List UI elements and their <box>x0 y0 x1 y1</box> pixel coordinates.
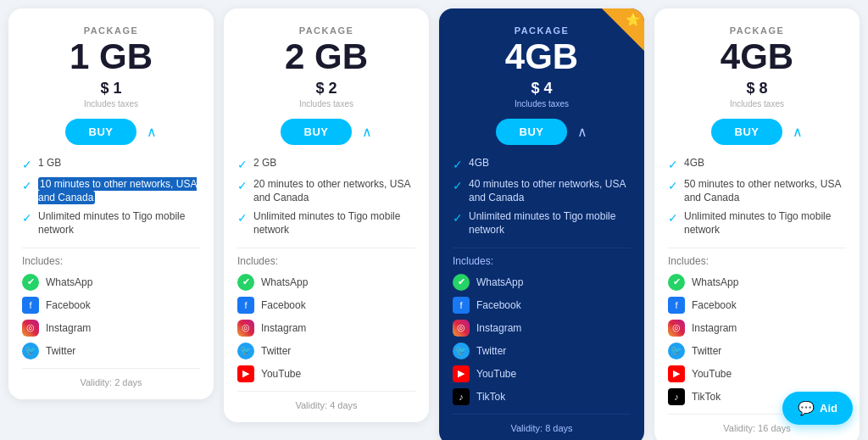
social-item-instagram: ◎ Instagram <box>453 320 631 337</box>
check-icon: ✓ <box>668 178 678 193</box>
chevron-up-icon[interactable]: ∧ <box>793 124 803 140</box>
social-label: Facebook <box>46 299 91 311</box>
validity-label: Validity: 4 days <box>237 391 415 410</box>
social-label: Facebook <box>476 299 521 311</box>
feature-text: 50 minutes to other networks, USA and Ca… <box>684 178 846 204</box>
buy-button[interactable]: BUY <box>496 119 568 145</box>
chevron-up-icon[interactable]: ∧ <box>577 124 587 140</box>
social-item-twitter: 🐦 Twitter <box>453 343 631 359</box>
buy-row: BUY ∧ <box>668 119 846 145</box>
aid-button[interactable]: 💬 Aid <box>782 392 853 425</box>
card-header: PACKAGE 4GB $ 8 Includes taxes <box>668 25 846 109</box>
package-size: 4GB <box>668 39 846 75</box>
package-price: $ 2 <box>237 80 415 97</box>
social-list: ✔ WhatsApp f Facebook ◎ Instagram 🐦 Twit… <box>668 274 846 405</box>
check-icon: ✓ <box>453 157 463 172</box>
feature-text: 4GB <box>469 157 489 170</box>
facebook-icon: f <box>237 297 254 314</box>
social-label: Instagram <box>46 322 91 334</box>
includes-tax: Includes taxes <box>453 99 631 109</box>
package-card-pkg2gb: PACKAGE 2 GB $ 2 Includes taxes BUY ∧ ✓ … <box>224 8 429 422</box>
check-icon: ✓ <box>22 178 32 193</box>
buy-button[interactable]: BUY <box>281 119 353 145</box>
social-item-twitter: 🐦 Twitter <box>668 343 846 359</box>
twitter-icon: 🐦 <box>237 343 254 359</box>
feature-text: 4GB <box>684 157 704 170</box>
social-item-whatsapp: ✔ WhatsApp <box>22 274 200 291</box>
social-label: Facebook <box>261 299 306 311</box>
facebook-icon: f <box>22 297 39 314</box>
feature-item: ✓ Unlimited minutes to Tigo mobile netwo… <box>237 210 415 237</box>
instagram-icon: ◎ <box>237 320 254 337</box>
social-item-twitter: 🐦 Twitter <box>237 343 415 359</box>
package-label: PACKAGE <box>22 25 200 36</box>
social-label: YouTube <box>692 368 732 380</box>
social-list: ✔ WhatsApp f Facebook ◎ Instagram 🐦 Twit… <box>453 274 631 405</box>
package-label: PACKAGE <box>453 25 631 36</box>
package-card-pkg4gb-featured: ⭐ PACKAGE 4GB $ 4 Includes taxes BUY ∧ ✓… <box>439 8 644 440</box>
social-list: ✔ WhatsApp f Facebook ◎ Instagram 🐦 Twit… <box>237 274 415 382</box>
feature-item: ✓ 50 minutes to other networks, USA and … <box>668 178 846 204</box>
includes-label: Includes: <box>237 255 415 267</box>
buy-row: BUY ∧ <box>22 119 200 145</box>
check-icon: ✓ <box>668 210 678 226</box>
feature-item: ✓ 40 minutes to other networks, USA and … <box>453 178 631 204</box>
package-price: $ 1 <box>22 80 200 97</box>
instagram-icon: ◎ <box>453 320 470 337</box>
feature-list: ✓ 2 GB ✓ 20 minutes to other networks, U… <box>237 157 415 237</box>
check-icon: ✓ <box>22 210 32 226</box>
feature-text: 20 minutes to other networks, USA and Ca… <box>253 178 415 204</box>
card-header: PACKAGE 1 GB $ 1 Includes taxes <box>22 25 200 109</box>
social-label: WhatsApp <box>692 276 738 288</box>
facebook-icon: f <box>668 297 685 314</box>
feature-text: 40 minutes to other networks, USA and Ca… <box>469 178 631 204</box>
feature-item: ✓ 4GB <box>453 157 631 172</box>
package-label: PACKAGE <box>668 25 846 36</box>
whatsapp-icon: ✔ <box>22 274 39 291</box>
social-item-facebook: f Facebook <box>668 297 846 314</box>
chevron-up-icon[interactable]: ∧ <box>147 124 157 140</box>
includes-tax: Includes taxes <box>237 99 415 109</box>
divider <box>453 248 631 248</box>
buy-button[interactable]: BUY <box>65 119 137 145</box>
whatsapp-icon: ✔ <box>237 274 254 291</box>
aid-whatsapp-icon: 💬 <box>798 400 815 416</box>
chevron-up-icon[interactable]: ∧ <box>362 124 372 140</box>
check-icon: ✓ <box>237 157 248 172</box>
feature-text: 2 GB <box>253 157 276 170</box>
social-item-whatsapp: ✔ WhatsApp <box>237 274 415 291</box>
social-label: Instagram <box>476 322 521 334</box>
youtube-icon: ▶ <box>453 365 470 382</box>
feature-list: ✓ 1 GB ✓ 10 minutes to other networks, U… <box>22 157 200 237</box>
package-label: PACKAGE <box>237 25 415 36</box>
twitter-icon: 🐦 <box>22 343 39 359</box>
feature-text: Unlimited minutes to Tigo mobile network <box>38 210 200 237</box>
social-label: WhatsApp <box>46 276 92 288</box>
package-size: 2 GB <box>237 39 415 75</box>
instagram-icon: ◎ <box>668 320 685 337</box>
feature-text: Unlimited minutes to Tigo mobile network <box>469 210 631 237</box>
social-item-whatsapp: ✔ WhatsApp <box>453 274 631 291</box>
package-size: 1 GB <box>22 39 200 75</box>
social-item-facebook: f Facebook <box>453 297 631 314</box>
feature-item: ✓ 10 minutes to other networks, USA and … <box>22 178 200 204</box>
aid-label: Aid <box>820 402 837 415</box>
includes-tax: Includes taxes <box>22 99 200 109</box>
social-item-facebook: f Facebook <box>237 297 415 314</box>
buy-row: BUY ∧ <box>237 119 415 145</box>
divider <box>668 248 846 248</box>
package-price: $ 4 <box>453 80 631 97</box>
check-icon: ✓ <box>453 178 463 193</box>
whatsapp-icon: ✔ <box>453 274 470 291</box>
feature-item: ✓ 4GB <box>668 157 846 172</box>
buy-button[interactable]: BUY <box>711 119 783 145</box>
social-item-instagram: ◎ Instagram <box>237 320 415 337</box>
check-icon: ✓ <box>237 210 248 226</box>
social-label: Twitter <box>261 345 291 357</box>
whatsapp-icon: ✔ <box>668 274 685 291</box>
social-item-whatsapp: ✔ WhatsApp <box>668 274 846 291</box>
feature-item: ✓ Unlimited minutes to Tigo mobile netwo… <box>668 210 846 237</box>
card-header: PACKAGE 4GB $ 4 Includes taxes <box>453 25 631 109</box>
social-item-youtube: ▶ YouTube <box>453 365 631 382</box>
package-price: $ 8 <box>668 80 846 97</box>
